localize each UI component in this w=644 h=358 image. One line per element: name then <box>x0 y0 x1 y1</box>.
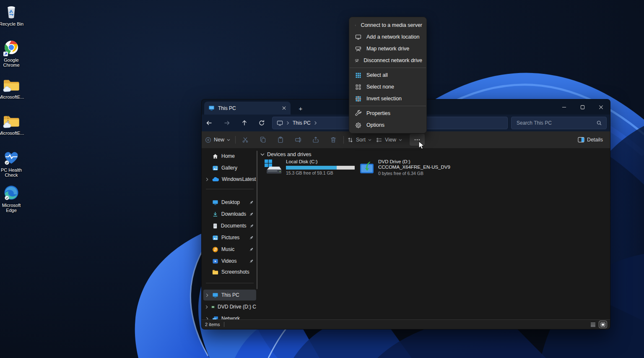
menu-item-add-network-location[interactable]: Add a network location <box>349 31 426 43</box>
menu-item-disconnect-network-drive[interactable]: Disconnect network drive <box>349 55 426 66</box>
new-tab-button[interactable]: + <box>296 103 306 113</box>
menu-item-select-all[interactable]: Select all <box>349 69 426 81</box>
share-icon <box>312 136 319 143</box>
share-button[interactable] <box>308 134 323 146</box>
details-button[interactable]: Details <box>575 134 606 146</box>
local-disk-icon <box>264 159 283 175</box>
more-ellipsis-icon <box>414 136 421 143</box>
desktop-icon-microsoft-folder[interactable]: MicrosoftE... <box>0 78 25 99</box>
drive-tile-dvd-d[interactable]: DVD Drive (D:) CCCOMA_X64FRE_EN-US_DV9 0… <box>359 159 450 176</box>
sidebar-item-videos[interactable]: Videos <box>203 256 256 267</box>
sidebar-item-windowslatest[interactable]: WindowsLatest <box>203 174 256 185</box>
desktop-screen: { "colors": { "accent_blue": "#4cc2ff", … <box>0 0 644 358</box>
refresh-button[interactable] <box>256 117 267 129</box>
copy-button[interactable] <box>255 134 270 146</box>
videos-icon <box>212 258 218 264</box>
menu-item-options[interactable]: Options <box>349 119 426 131</box>
window-body: Home Gallery WindowsLatest Desktop <box>202 148 610 319</box>
properties-icon <box>355 110 362 117</box>
desktop-icon-microsoft-zip-folder[interactable]: MicrosoftE... <box>0 114 25 136</box>
monitor-icon <box>208 105 215 111</box>
new-button[interactable]: New <box>205 134 230 146</box>
sidebar-item-dvd-drive[interactable]: DVD Drive (D:) C <box>203 301 256 312</box>
breadcrumb-this-pc[interactable]: This PC <box>293 120 311 126</box>
maximize-button[interactable] <box>573 99 592 115</box>
sidebar-item-home[interactable]: Home <box>203 151 256 162</box>
view-icon <box>376 137 382 143</box>
minimize-button[interactable] <box>555 99 573 115</box>
search-icon[interactable] <box>596 120 602 126</box>
desktop-icon-pc-health-check[interactable]: PC Health Check <box>0 149 25 178</box>
details-pane-icon <box>578 137 584 143</box>
select-none-icon <box>355 84 362 91</box>
up-button[interactable] <box>239 117 250 129</box>
desktop-icon-label: Recycle Bin <box>0 21 23 26</box>
pc-health-check-icon <box>3 149 20 166</box>
desktop-icon-microsoft-edge[interactable]: Microsoft Edge <box>0 185 25 213</box>
status-bar: 2 items <box>202 319 610 329</box>
delete-button[interactable] <box>326 134 341 146</box>
tab-title: This PC <box>218 105 278 111</box>
item-count: 2 items <box>205 322 220 327</box>
menu-item-properties[interactable]: Properties <box>349 107 426 119</box>
see-more-button[interactable] <box>410 134 425 146</box>
close-button[interactable] <box>592 99 610 115</box>
forward-button[interactable] <box>221 117 233 129</box>
paste-button[interactable] <box>273 134 288 146</box>
sidebar-item-pictures[interactable]: Pictures <box>203 232 256 243</box>
sort-button[interactable]: Sort <box>347 134 372 146</box>
menu-separator <box>350 68 426 68</box>
collapse-chevron-icon[interactable] <box>260 153 265 156</box>
cut-button[interactable] <box>238 134 253 146</box>
documents-icon <box>212 223 218 229</box>
gallery-icon <box>212 165 218 171</box>
details-view-toggle[interactable] <box>589 321 597 328</box>
view-button[interactable]: View <box>375 134 403 146</box>
disk-usage-bar <box>286 166 355 170</box>
pin-icon <box>249 247 254 252</box>
copy-icon <box>260 136 266 143</box>
sidebar-item-downloads[interactable]: Downloads <box>203 209 256 220</box>
desktop-icon-label: MicrosoftE... <box>0 131 24 136</box>
search-input[interactable] <box>516 120 596 126</box>
menu-item-connect-media-server[interactable]: Connect to a media server <box>349 19 426 31</box>
sidebar-item-music[interactable]: Music <box>203 244 256 255</box>
sidebar-scrollbar[interactable] <box>257 151 257 289</box>
chevron-right-icon <box>286 121 290 125</box>
onedrive-cloud-icon <box>212 177 219 182</box>
sidebar-item-documents[interactable]: Documents <box>203 220 256 231</box>
rename-button[interactable] <box>291 134 306 146</box>
drive-volume-label: CCCOMA_X64FRE_EN-US_DV9 <box>378 165 450 170</box>
menu-item-invert-selection[interactable]: Invert selection <box>349 93 426 105</box>
back-button[interactable] <box>203 117 215 129</box>
desktop-icon-label: PC Health Check <box>0 167 25 178</box>
large-icons-view-toggle[interactable] <box>599 321 607 328</box>
expand-chevron-icon[interactable] <box>205 293 209 297</box>
view-button-label: View <box>385 137 396 143</box>
desktop-icon-google-chrome[interactable]: Google Chrome <box>0 39 25 68</box>
sidebar-item-desktop[interactable]: Desktop <box>203 197 256 208</box>
chevron-right-icon[interactable] <box>314 121 317 125</box>
select-all-icon <box>355 72 362 79</box>
media-server-icon <box>355 22 356 29</box>
search-box <box>511 117 607 129</box>
sidebar-item-screenshots[interactable]: Screenshots <box>203 267 256 277</box>
network-location-icon <box>355 34 362 41</box>
tab-close-icon[interactable] <box>282 106 286 110</box>
menu-item-map-network-drive[interactable]: Map network drive <box>349 43 426 55</box>
expand-chevron-icon[interactable] <box>205 178 209 181</box>
desktop-icon-recycle-bin[interactable]: Recycle Bin <box>0 3 25 26</box>
tab-this-pc[interactable]: This PC <box>204 102 291 115</box>
dvd-drive-media-icon <box>359 161 375 176</box>
menu-item-select-none[interactable]: Select none <box>349 81 426 93</box>
sidebar-item-gallery[interactable]: Gallery <box>203 162 256 173</box>
pin-icon <box>249 200 254 205</box>
sidebar-item-network[interactable]: Network <box>203 313 256 319</box>
chevron-down-icon <box>399 139 402 141</box>
drive-tile-local-disk-c[interactable]: Local Disk (C:) 15.3 GB free of 59.1 GB <box>264 159 355 176</box>
onedrive-zip-folder-icon <box>3 114 20 129</box>
command-bar: New <box>202 131 610 149</box>
sidebar-item-this-pc[interactable]: This PC <box>203 290 256 301</box>
expand-chevron-icon[interactable] <box>205 305 208 309</box>
group-header-devices-and-drives[interactable]: Devices and drives <box>260 152 312 157</box>
